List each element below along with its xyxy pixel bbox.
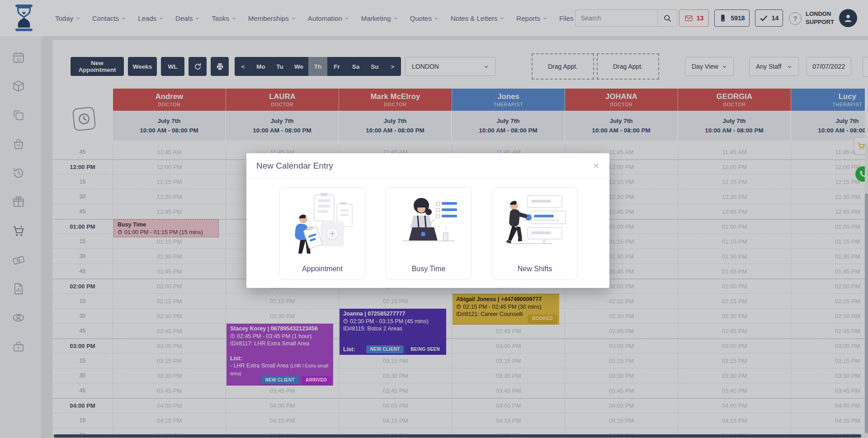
- option-label: Busy Time: [412, 265, 446, 273]
- close-icon[interactable]: ✕: [593, 162, 599, 170]
- option-card-appointment[interactable]: Appointment: [279, 187, 365, 280]
- modal-header: New Calendar Entry ✕: [246, 153, 609, 179]
- option-card-busy-time[interactable]: Busy Time: [386, 187, 472, 280]
- modal-title: New Calendar Entry: [256, 161, 333, 171]
- appointment-illustration: [286, 192, 359, 260]
- option-label: Appointment: [302, 265, 343, 273]
- option-card-new-shifts[interactable]: New Shifts: [492, 187, 578, 280]
- modal-body: Appointment Busy Time: [246, 179, 609, 280]
- new-shifts-illustration: [499, 192, 571, 260]
- option-label: New Shifts: [518, 265, 552, 273]
- new-calendar-entry-modal: New Calendar Entry ✕: [246, 153, 609, 288]
- busy-time-illustration: [392, 192, 465, 260]
